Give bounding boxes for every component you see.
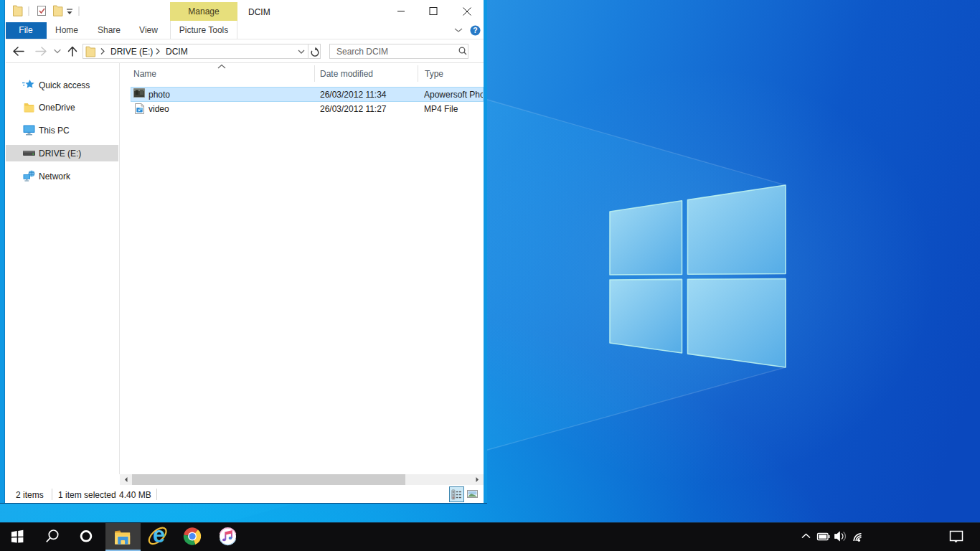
svg-text:?: ? xyxy=(473,26,477,34)
svg-text:e: e xyxy=(153,522,165,547)
